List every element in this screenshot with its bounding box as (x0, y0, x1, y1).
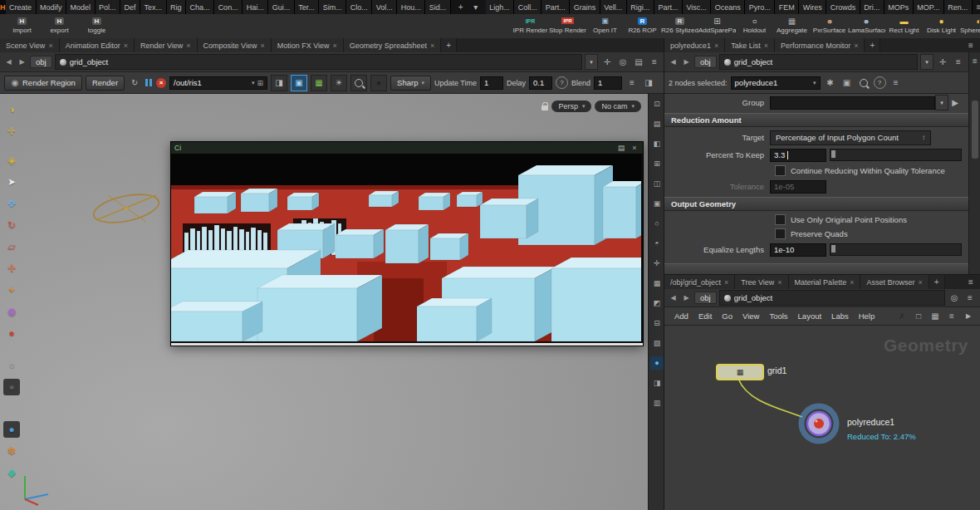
shelf-tab[interactable]: Gui... (268, 0, 295, 14)
display-option-icon[interactable]: ○ (650, 217, 664, 230)
pin-icon[interactable]: ✛ (600, 56, 614, 69)
menu-item[interactable]: Add (669, 311, 693, 321)
close-tab-icon[interactable]: × (918, 278, 922, 287)
mixer-icon[interactable]: ≡ (625, 76, 639, 90)
menu-icon[interactable]: ≡ (889, 76, 903, 90)
display-option-icon[interactable]: ▥ (650, 396, 664, 409)
menu-item[interactable]: Layout (793, 311, 827, 321)
new-tab-button[interactable]: + (929, 275, 945, 289)
orig-points-checkbox[interactable] (775, 214, 786, 225)
close-tab-icon[interactable]: × (714, 42, 718, 50)
render-window-titlebar[interactable]: Ci ▤ × (171, 142, 643, 154)
equalize-field[interactable]: 1e-10 (770, 243, 826, 257)
target-dropdown[interactable]: Percentage of Input Polygon Count ↕ (770, 130, 931, 145)
display-option-icon[interactable]: ◩ (650, 297, 664, 310)
menu-icon[interactable]: ≡ (963, 292, 977, 305)
shelf-tab[interactable]: Modify (37, 0, 67, 14)
shelf-tool[interactable]: Rect Light (885, 15, 923, 34)
restart-render-icon[interactable]: ↻ (128, 76, 141, 90)
node-path-field[interactable]: grid_object (719, 290, 945, 306)
shelf-tool[interactable]: IPR Render (512, 15, 549, 34)
shelf-tab[interactable]: MOP... (914, 0, 944, 14)
display-option-icon[interactable]: ◫ (650, 177, 664, 190)
new-tab-button[interactable]: + (441, 38, 457, 52)
update-time-field[interactable]: 1 (480, 76, 503, 90)
character-tool-icon[interactable]: ✦ (3, 282, 20, 298)
orig-points-checkbox-label[interactable]: Use Only Original Point Positions (791, 215, 907, 224)
path-dropdown-icon[interactable]: ▾ (920, 54, 933, 70)
network-editor-canvas[interactable]: Geometry ▦ grid1 polyreduce1 Reduced To:… (664, 326, 980, 510)
shelf-tab[interactable]: Vell... (600, 0, 627, 14)
pause-render-icon[interactable] (145, 79, 153, 87)
menu-icon[interactable]: ≡ (969, 55, 980, 68)
menu-icon[interactable]: ≡ (973, 0, 980, 13)
display-option-icon[interactable]: ▧ (650, 336, 664, 350)
blend-field[interactable]: 1 (594, 76, 622, 90)
transform-gizmo[interactable] (83, 177, 174, 235)
translate-tool-icon[interactable]: ✥ (3, 195, 20, 212)
shelf-tab[interactable]: Grains (570, 0, 600, 14)
pane-tab[interactable]: Performance Monitor ▾ × (775, 38, 865, 52)
shelf-tab[interactable]: Hou... (397, 0, 425, 14)
pane-tab[interactable]: Scene View ▾ × (0, 38, 60, 52)
preserve-quads-checkbox-label[interactable]: Preserve Quads (791, 229, 848, 238)
shelf-dropdown-icon[interactable]: ▾ (469, 1, 483, 14)
shelf-tab[interactable]: Part... (541, 0, 570, 14)
pane-tab[interactable]: Geometry Spreadsheet ▾ × (344, 38, 441, 52)
context-chip[interactable]: obj (694, 56, 717, 68)
shelf-tab[interactable]: Def (120, 0, 140, 14)
shelf-tab[interactable]: Crowds (826, 0, 860, 14)
preview-toggle-icon[interactable]: ▣ (291, 75, 307, 91)
close-tab-icon[interactable]: × (777, 278, 782, 287)
display-option-icon[interactable]: ⊟ (650, 316, 664, 330)
camera-pill[interactable]: No cam ▾ (595, 101, 641, 112)
scale-tool-icon[interactable]: ▱ (3, 238, 20, 255)
headlight-icon[interactable]: ☀ (331, 75, 347, 91)
close-tab-icon[interactable]: × (124, 42, 128, 50)
back-icon[interactable]: ◀ (668, 58, 679, 66)
target-icon[interactable]: ◎ (616, 56, 630, 69)
menu-icon[interactable]: ≡ (648, 56, 661, 69)
shelf-tab[interactable]: FEM (775, 0, 799, 14)
continue-checkbox-label[interactable]: Continue Reducing Within Quality Toleran… (791, 166, 945, 175)
delay-field[interactable]: 0.1 (529, 76, 552, 90)
pane-splitter[interactable] (664, 274, 980, 275)
shelf-tab[interactable]: Coll... (514, 0, 541, 14)
background-sphere-icon[interactable]: ● (370, 75, 387, 91)
shelf-tool[interactable]: Sphere Light (960, 15, 980, 34)
copy-parms-icon[interactable]: ▣ (840, 76, 854, 90)
close-tab-icon[interactable]: × (764, 42, 768, 50)
search-icon[interactable] (857, 76, 870, 90)
x-mark-icon[interactable]: ✗ (895, 310, 909, 323)
shelf-tab[interactable]: Tex... (140, 0, 167, 14)
rop-grid-icon[interactable]: ⊞ (257, 79, 264, 87)
pane-tab[interactable]: Render View ▾ × (135, 38, 198, 52)
context-chip[interactable]: obj (30, 56, 52, 68)
shelf-tab[interactable]: Part... (654, 0, 683, 14)
menu-item[interactable]: Help (854, 311, 880, 321)
shade-sphere-icon[interactable]: ● (3, 379, 20, 395)
key-tool-icon[interactable]: ◈ (3, 152, 20, 169)
shelf-tab[interactable]: Dri... (860, 0, 884, 14)
menu-icon[interactable]: ≡ (952, 56, 965, 69)
pane-tab[interactable]: Composite View ▾ × (198, 38, 272, 52)
params-scrollbar[interactable]: ≡ (968, 52, 980, 275)
pose-tool-icon[interactable]: ✣ (3, 260, 20, 277)
section-header-output[interactable]: Output Geometry (664, 197, 968, 211)
pane-tab[interactable]: Take List ▾ × (725, 38, 775, 52)
menu-item[interactable]: Tools (764, 311, 792, 321)
expand-icon[interactable]: ▶ (962, 310, 975, 323)
shelf-tab[interactable]: Clo... (346, 0, 372, 14)
sculpt-tool-icon[interactable]: ● (3, 325, 20, 341)
tiles-icon[interactable]: ▤ (616, 143, 626, 153)
grid-view-icon[interactable]: ▦ (929, 310, 942, 323)
list-view-icon[interactable]: ≡ (945, 310, 958, 323)
rop-path-field[interactable]: /out/ris1 ▾ ⊞ (169, 76, 267, 90)
menu-item[interactable]: Go (717, 311, 737, 321)
shelf-tab[interactable]: Pol... (96, 0, 121, 14)
forward-icon[interactable]: ▶ (681, 58, 692, 66)
display-option-icon[interactable]: ⊞ (650, 157, 664, 170)
pane-tab[interactable]: Motion FX View ▾ × (272, 38, 344, 52)
menu-item[interactable]: View (737, 311, 764, 321)
shelf-tab[interactable]: Rigi... (627, 0, 654, 14)
